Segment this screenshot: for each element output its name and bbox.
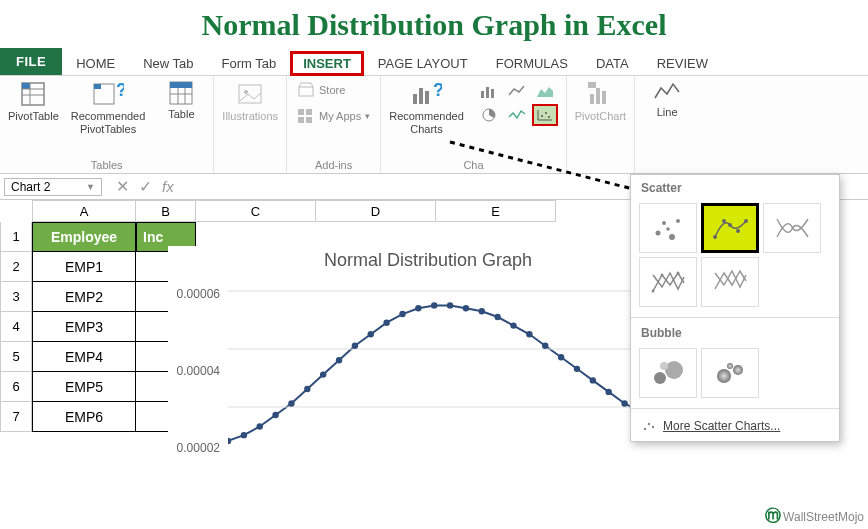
table-label: Table	[168, 108, 194, 121]
popup-scatter-title: Scatter	[631, 175, 839, 199]
pie-chart-button[interactable]	[476, 104, 502, 126]
svg-point-89	[733, 365, 743, 375]
cell-A2[interactable]: EMP1	[32, 252, 136, 282]
svg-point-33	[548, 116, 550, 118]
cell-A1[interactable]: Employee	[32, 222, 136, 252]
name-box-value: Chart 2	[11, 180, 50, 194]
svg-point-86	[665, 361, 683, 379]
svg-marker-27	[537, 87, 553, 97]
tab-formulas[interactable]: FORMULAS	[482, 52, 582, 75]
row-header-1[interactable]: 1	[0, 222, 32, 252]
tab-review[interactable]: REVIEW	[643, 52, 722, 75]
svg-rect-9	[170, 82, 192, 88]
group-sparklines: Line	[635, 76, 699, 173]
sparkline-line-button[interactable]: Line	[643, 80, 691, 119]
cell-A5[interactable]: EMP4	[32, 342, 136, 372]
group-illustrations: Illustrations	[214, 76, 287, 173]
svg-point-14	[244, 90, 248, 94]
row-header-6[interactable]: 6	[0, 372, 32, 402]
tab-file[interactable]: FILE	[0, 48, 62, 75]
scatter-smooth-markers[interactable]	[701, 203, 759, 253]
row-header-3[interactable]: 3	[0, 282, 32, 312]
pivotchart-button[interactable]: PivotChart	[575, 80, 626, 123]
tab-home[interactable]: HOME	[62, 52, 129, 75]
svg-point-76	[666, 227, 670, 231]
tab-newtab[interactable]: New Tab	[129, 52, 207, 75]
col-header-D[interactable]: D	[316, 200, 436, 222]
embedded-chart[interactable]: Normal Distribution Graph 0.00006 0.0000…	[168, 246, 688, 496]
recommended-pivottables-button[interactable]: ? Recommended PivotTables	[71, 80, 146, 136]
svg-point-79	[728, 223, 732, 227]
svg-point-55	[431, 302, 437, 308]
fx-label[interactable]: fx	[162, 178, 174, 195]
scatter-smooth-lines[interactable]	[763, 203, 821, 253]
svg-point-67	[621, 400, 627, 406]
more-scatter-charts-link[interactable]: More Scatter Charts...	[631, 411, 839, 441]
row-header-4[interactable]: 4	[0, 312, 32, 342]
illustrations-label: Illustrations	[222, 110, 278, 123]
svg-rect-18	[298, 117, 304, 123]
watermark-logo-icon: ⓜ	[765, 506, 781, 527]
cancel-formula-icon[interactable]: ✕	[116, 177, 129, 196]
svg-rect-21	[419, 88, 423, 104]
myapps-label: My Apps	[319, 110, 361, 122]
svg-rect-34	[590, 94, 594, 104]
line-chart-button[interactable]	[504, 80, 530, 102]
sparkline-icon	[653, 80, 681, 104]
tab-pagelayout[interactable]: PAGE LAYOUT	[364, 52, 482, 75]
pivotchart-icon	[586, 80, 614, 108]
cell-A4[interactable]: EMP3	[32, 312, 136, 342]
more-scatter-label: More Scatter Charts...	[663, 419, 780, 433]
tab-formtab[interactable]: Form Tab	[208, 52, 291, 75]
pivottable-button[interactable]: PivotTable	[8, 80, 59, 123]
store-button[interactable]: Store	[295, 80, 347, 100]
row-header-7[interactable]: 7	[0, 402, 32, 432]
svg-rect-22	[425, 91, 429, 104]
scatter-chart-button[interactable]	[532, 104, 558, 126]
bubble-2d[interactable]	[639, 348, 697, 398]
scatter-straight-markers[interactable]	[639, 257, 697, 307]
svg-point-65	[590, 377, 596, 383]
table-button[interactable]: Table	[157, 80, 205, 121]
svg-point-59	[494, 314, 500, 320]
svg-text:?: ?	[116, 80, 124, 100]
svg-rect-17	[306, 109, 312, 115]
stock-chart-button[interactable]	[504, 104, 530, 126]
svg-point-57	[463, 305, 469, 311]
svg-point-92	[648, 423, 650, 425]
tab-insert[interactable]: INSERT	[290, 51, 364, 76]
row-header-5[interactable]: 5	[0, 342, 32, 372]
cell-A7[interactable]: EMP6	[32, 402, 136, 432]
name-box[interactable]: Chart 2 ▼	[4, 178, 102, 196]
bubble-3d[interactable]	[701, 348, 759, 398]
myapps-button[interactable]: My Apps ▾	[295, 106, 372, 126]
page-title: Normal Distribution Graph in Excel	[0, 0, 868, 48]
table-icon	[168, 80, 194, 106]
accept-formula-icon[interactable]: ✓	[139, 177, 152, 196]
svg-point-58	[479, 308, 485, 314]
recommended-charts-button[interactable]: ? Recommended Charts	[389, 80, 464, 136]
illustrations-button[interactable]: Illustrations	[222, 80, 278, 123]
bar-chart-button[interactable]	[476, 80, 502, 102]
group-charts-label: Cha	[389, 157, 558, 171]
svg-point-46	[288, 400, 294, 406]
popup-bubble-title: Bubble	[631, 320, 839, 344]
svg-point-60	[510, 322, 516, 328]
col-header-C[interactable]: C	[196, 200, 316, 222]
col-header-E[interactable]: E	[436, 200, 556, 222]
svg-point-80	[736, 229, 740, 233]
svg-text:?: ?	[433, 80, 442, 100]
svg-rect-1	[22, 83, 30, 89]
tab-data[interactable]: DATA	[582, 52, 643, 75]
cell-A6[interactable]: EMP5	[32, 372, 136, 402]
rec-charts-label: Recommended Charts	[389, 110, 464, 136]
scatter-straight-lines[interactable]	[701, 257, 759, 307]
chart-type-popup: Scatter Bubble More Scatter Charts...	[630, 174, 840, 442]
col-header-A[interactable]: A	[32, 200, 136, 222]
cell-A3[interactable]: EMP2	[32, 282, 136, 312]
area-chart-button[interactable]	[532, 80, 558, 102]
scatter-markers-only[interactable]	[639, 203, 697, 253]
col-header-B[interactable]: B	[136, 200, 196, 222]
svg-point-44	[257, 423, 263, 429]
row-header-2[interactable]: 2	[0, 252, 32, 282]
